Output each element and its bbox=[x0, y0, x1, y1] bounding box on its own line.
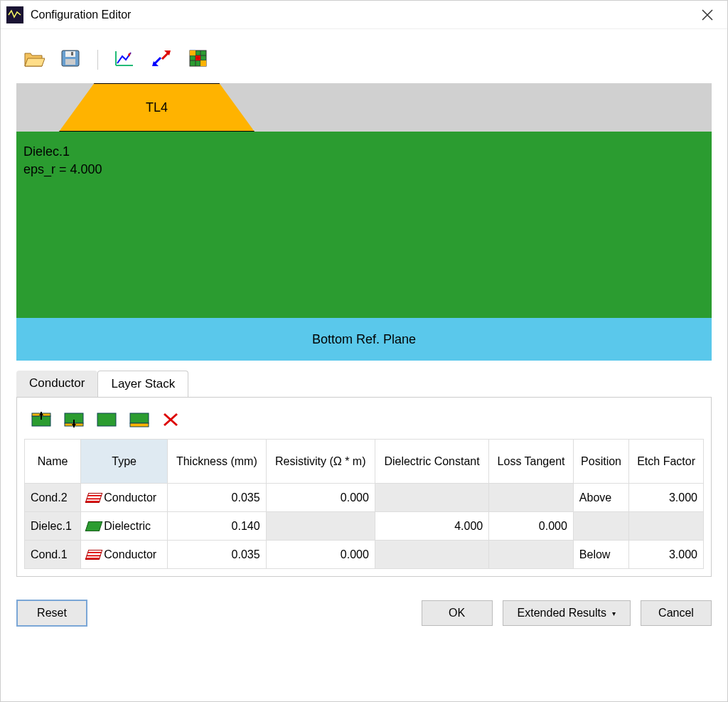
type-icon bbox=[85, 521, 103, 531]
cancel-button[interactable]: Cancel bbox=[641, 600, 712, 626]
layer-toolbar bbox=[24, 408, 704, 439]
cell-name[interactable]: Dielec.1 bbox=[25, 512, 81, 541]
svg-rect-26 bbox=[130, 423, 149, 427]
dielectric-layer[interactable]: Dielec.1 eps_r = 4.000 bbox=[16, 132, 712, 318]
cell-name[interactable]: Cond.1 bbox=[25, 541, 81, 569]
cell-name[interactable]: Cond.2 bbox=[25, 484, 81, 512]
svg-rect-4 bbox=[71, 52, 73, 55]
layer-table: Name Type Thickness (mm) Resistivity (Ω … bbox=[24, 439, 704, 569]
svg-rect-25 bbox=[130, 413, 149, 423]
dielec-name: Dielec.1 bbox=[23, 144, 705, 159]
col-name[interactable]: Name bbox=[25, 440, 81, 484]
extended-results-label: Extended Results bbox=[518, 607, 606, 619]
cell-loss-tangent bbox=[489, 541, 574, 569]
grid-icon[interactable] bbox=[188, 49, 209, 70]
svg-rect-3 bbox=[65, 59, 75, 65]
bottom-ref-plane[interactable]: Bottom Ref. Plane bbox=[16, 318, 712, 361]
cell-position[interactable]: Below bbox=[573, 541, 628, 569]
col-type[interactable]: Type bbox=[81, 440, 168, 484]
tab-layer-stack[interactable]: Layer Stack bbox=[97, 371, 188, 397]
add-above-icon[interactable] bbox=[31, 412, 51, 427]
tab-conductor[interactable]: Conductor bbox=[16, 371, 97, 397]
tabs: Conductor Layer Stack bbox=[16, 371, 712, 397]
table-row[interactable]: Dielec.1Dielectric0.1404.0000.000 bbox=[25, 512, 704, 541]
delete-icon[interactable] bbox=[162, 412, 182, 427]
cell-resistivity bbox=[266, 512, 375, 541]
col-position[interactable]: Position bbox=[573, 440, 628, 484]
window-title: Configuration Editor bbox=[31, 9, 693, 21]
open-icon[interactable] bbox=[23, 49, 45, 70]
cell-dielec-const bbox=[375, 541, 488, 569]
svg-rect-24 bbox=[97, 413, 116, 426]
dropdown-icon: ▾ bbox=[612, 610, 616, 617]
top-toolbar bbox=[16, 42, 712, 83]
save-icon[interactable] bbox=[60, 49, 82, 70]
toolbar-divider bbox=[97, 50, 98, 70]
cell-position bbox=[573, 512, 628, 541]
cell-loss-tangent[interactable]: 0.000 bbox=[489, 512, 574, 541]
svg-rect-13 bbox=[190, 50, 196, 55]
cell-dielec-const[interactable]: 4.000 bbox=[375, 512, 488, 541]
cell-type[interactable]: Conductor bbox=[81, 484, 168, 512]
layer-stack-panel: Name Type Thickness (mm) Resistivity (Ω … bbox=[16, 397, 712, 577]
cell-etch-factor bbox=[629, 512, 704, 541]
cell-etch-factor[interactable]: 3.000 bbox=[629, 541, 704, 569]
expand-icon[interactable] bbox=[151, 49, 172, 70]
col-etch-factor[interactable]: Etch Factor bbox=[629, 440, 704, 484]
app-icon bbox=[6, 6, 23, 23]
type-icon bbox=[85, 493, 103, 503]
extended-results-button[interactable]: Extended Results ▾ bbox=[503, 600, 631, 626]
add-dielec-icon[interactable] bbox=[97, 412, 117, 427]
cell-etch-factor[interactable]: 3.000 bbox=[629, 484, 704, 512]
col-dielec-const[interactable]: Dielectric Constant bbox=[375, 440, 488, 484]
add-ground-icon[interactable] bbox=[129, 412, 149, 427]
col-loss-tangent[interactable]: Loss Tangent bbox=[489, 440, 574, 484]
svg-rect-14 bbox=[196, 55, 200, 60]
col-resistivity[interactable]: Resistivity (Ω * m) bbox=[266, 440, 375, 484]
bottom-buttons: Reset OK Extended Results ▾ Cancel bbox=[16, 600, 712, 627]
titlebar: Configuration Editor bbox=[1, 1, 727, 29]
reset-button[interactable]: Reset bbox=[16, 600, 87, 627]
col-thickness[interactable]: Thickness (mm) bbox=[168, 440, 267, 484]
cell-type[interactable]: Conductor bbox=[81, 541, 168, 569]
table-header-row: Name Type Thickness (mm) Resistivity (Ω … bbox=[25, 440, 704, 484]
table-row[interactable]: Cond.2Conductor0.0350.000Above3.000 bbox=[25, 484, 704, 512]
svg-rect-2 bbox=[65, 51, 75, 57]
chart-icon[interactable] bbox=[114, 49, 135, 70]
window-close-button[interactable] bbox=[693, 1, 722, 29]
cell-position[interactable]: Above bbox=[573, 484, 628, 512]
table-row[interactable]: Cond.1Conductor0.0350.000Below3.000 bbox=[25, 541, 704, 569]
type-icon bbox=[85, 550, 103, 560]
stackup-diagram: TL4 Dielec.1 eps_r = 4.000 Bottom Ref. P… bbox=[16, 83, 712, 361]
dielec-eps: eps_r = 4.000 bbox=[23, 162, 705, 177]
cell-thickness[interactable]: 0.035 bbox=[168, 541, 267, 569]
cell-dielec-const bbox=[375, 484, 488, 512]
cell-thickness[interactable]: 0.035 bbox=[168, 484, 267, 512]
ok-button[interactable]: OK bbox=[422, 600, 493, 626]
window: Configuration Editor TL4 bbox=[0, 0, 728, 702]
cell-type[interactable]: Dielectric bbox=[81, 512, 168, 541]
cell-loss-tangent bbox=[489, 484, 574, 512]
cell-thickness[interactable]: 0.140 bbox=[168, 512, 267, 541]
content: TL4 Dielec.1 eps_r = 4.000 Bottom Ref. P… bbox=[1, 29, 727, 701]
svg-rect-15 bbox=[200, 60, 206, 66]
cell-resistivity[interactable]: 0.000 bbox=[266, 484, 375, 512]
cell-resistivity[interactable]: 0.000 bbox=[266, 541, 375, 569]
add-below-icon[interactable] bbox=[64, 412, 84, 427]
